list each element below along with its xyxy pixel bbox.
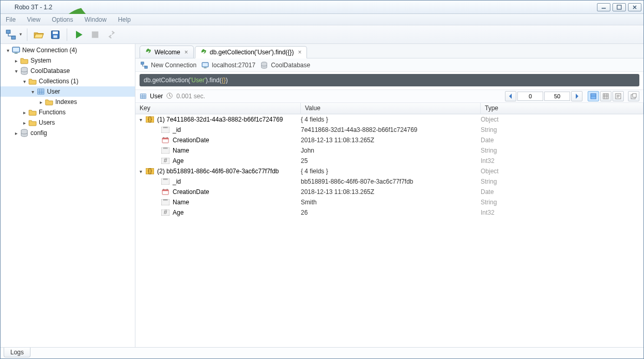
expand-caret[interactable]: ▾ xyxy=(137,117,144,123)
tab-welcome[interactable]: Welcome × xyxy=(140,46,194,58)
close-icon[interactable]: × xyxy=(183,49,189,56)
connection-tree: ▾ New Connection (4) ▸ System ▾ CoolData… xyxy=(1,44,135,347)
result-row[interactable]: CreationDate2018-12-13 11:08:13.265ZDate xyxy=(135,135,643,145)
connect-button[interactable] xyxy=(4,27,18,42)
cell-value: { 4 fields } xyxy=(301,168,481,175)
cell-value: 26 xyxy=(301,209,481,216)
result-toolbar: User 0.001 sec. xyxy=(135,89,643,103)
result-row[interactable]: _id7e411868-32d1-44a3-8882-b66f1c724769S… xyxy=(135,125,643,135)
cell-value: Smith xyxy=(301,199,481,206)
next-page-button[interactable] xyxy=(571,91,582,101)
editor-tabs: Welcome × db.getCollection('User').find(… xyxy=(135,44,643,58)
breadcrumb-connection[interactable]: New Connection xyxy=(141,62,196,69)
result-row[interactable]: NameSmithString xyxy=(135,197,643,207)
tree-view-button[interactable] xyxy=(588,91,599,101)
folder-icon xyxy=(28,118,37,127)
popout-button[interactable] xyxy=(628,91,639,101)
cell-value: { 4 fields } xyxy=(301,116,481,123)
monitor-icon xyxy=(202,62,209,69)
result-row[interactable]: Age25Int32 xyxy=(135,156,643,166)
clock-icon xyxy=(166,92,173,101)
skip-input[interactable] xyxy=(517,92,543,101)
date-icon xyxy=(161,188,170,196)
menu-window[interactable]: Window xyxy=(83,15,109,24)
app-window: Robo 3T - 1.2 File View Options Window H… xyxy=(0,0,644,359)
toolbar-separator xyxy=(27,28,27,41)
cell-type: String xyxy=(481,199,643,206)
bottom-bar: Logs xyxy=(1,347,643,358)
int-icon xyxy=(161,208,170,217)
cell-key: _id xyxy=(173,178,181,185)
result-row[interactable]: _idbb518891-886c-46f6-807e-3ac6c77f7fdbS… xyxy=(135,176,643,187)
result-row[interactable]: NameJohnString xyxy=(135,145,643,156)
tree-db[interactable]: ▾ CoolDatabase xyxy=(1,66,135,76)
result-grid-header: Key Value Type xyxy=(135,103,643,114)
database-icon xyxy=(260,62,268,69)
chevron-down-icon[interactable]: ▼ xyxy=(19,32,23,37)
toolbar: ▼ xyxy=(1,25,643,44)
cell-key: CreationDate xyxy=(173,137,209,144)
cell-value: 2018-12-13 11:08:13.265Z xyxy=(301,137,481,144)
result-collection: User xyxy=(150,93,163,100)
column-header-type[interactable]: Type xyxy=(481,103,643,114)
close-button[interactable] xyxy=(628,3,641,11)
table-view-button[interactable] xyxy=(600,91,611,101)
column-header-key[interactable]: Key xyxy=(135,103,301,114)
cell-type: Int32 xyxy=(481,209,643,216)
column-header-value[interactable]: Value xyxy=(301,103,481,114)
obj-icon xyxy=(146,115,154,124)
cell-key: CreationDate xyxy=(173,188,209,196)
result-time: 0.001 sec. xyxy=(176,93,205,100)
cell-type: Object xyxy=(481,116,643,123)
str-icon xyxy=(161,126,170,134)
cell-value: 2018-12-13 11:08:13.265Z xyxy=(301,188,481,196)
swap-button[interactable] xyxy=(104,27,119,42)
close-icon[interactable]: × xyxy=(297,49,302,56)
tree-config[interactable]: ▸ config xyxy=(1,128,135,138)
database-icon xyxy=(20,129,28,137)
cell-type: String xyxy=(481,178,643,185)
cell-key: _id xyxy=(173,126,181,133)
cell-type: Date xyxy=(481,188,643,196)
date-icon xyxy=(161,136,170,144)
menu-view[interactable]: View xyxy=(25,15,42,24)
tab-query[interactable]: db.getCollection('User').find({}) × xyxy=(195,46,308,58)
breadcrumb-db[interactable]: CoolDatabase xyxy=(260,62,310,69)
connect-icon xyxy=(141,62,148,69)
text-view-button[interactable] xyxy=(612,91,624,101)
menu-file[interactable]: File xyxy=(4,15,18,24)
tab-label: db.getCollection('User').find({}) xyxy=(210,49,294,56)
cell-key: (2) bb518891-886c-46f6-807e-3ac6c77f7fdb xyxy=(157,168,279,175)
cell-value: 7e411868-32d1-44a3-8882-b66f1c724769 xyxy=(301,126,481,133)
menubar: File View Options Window Help xyxy=(1,14,643,25)
save-button[interactable] xyxy=(48,27,63,42)
maximize-button[interactable] xyxy=(612,3,626,11)
stop-button[interactable] xyxy=(88,27,102,42)
result-row[interactable]: CreationDate2018-12-13 11:08:13.265ZDate xyxy=(135,187,643,197)
cell-type: Object xyxy=(481,168,643,175)
cell-type: Int32 xyxy=(481,157,643,164)
logs-tab[interactable]: Logs xyxy=(4,348,30,357)
limit-input[interactable] xyxy=(544,92,570,101)
result-grid: ▾(1) 7e411868-32d1-44a3-8882-b66f1c72476… xyxy=(135,114,643,347)
tab-label: Welcome xyxy=(155,49,180,56)
breadcrumb-host[interactable]: localhost:27017 xyxy=(202,62,255,69)
obj-icon xyxy=(146,167,154,175)
str-icon xyxy=(161,198,170,206)
menu-options[interactable]: Options xyxy=(50,15,75,24)
menu-help[interactable]: Help xyxy=(116,15,133,24)
result-row[interactable]: ▾(1) 7e411868-32d1-44a3-8882-b66f1c72476… xyxy=(135,114,643,125)
breadcrumb: New Connection localhost:27017 CoolDatab… xyxy=(135,58,643,72)
result-row[interactable]: ▾(2) bb518891-886c-46f6-807e-3ac6c77f7fd… xyxy=(135,166,643,176)
app-icon xyxy=(4,3,12,11)
open-button[interactable] xyxy=(32,27,46,42)
result-row[interactable]: Age26Int32 xyxy=(135,207,643,218)
query-editor[interactable]: db.getCollection('User').find({}) xyxy=(140,74,639,86)
titlebar: Robo 3T - 1.2 xyxy=(1,1,643,14)
database-icon xyxy=(20,67,28,75)
expand-caret[interactable]: ▾ xyxy=(137,169,144,174)
prev-page-button[interactable] xyxy=(505,91,516,101)
execute-button[interactable] xyxy=(71,27,86,42)
minimize-button[interactable] xyxy=(597,3,610,11)
monitor-icon xyxy=(12,46,20,54)
